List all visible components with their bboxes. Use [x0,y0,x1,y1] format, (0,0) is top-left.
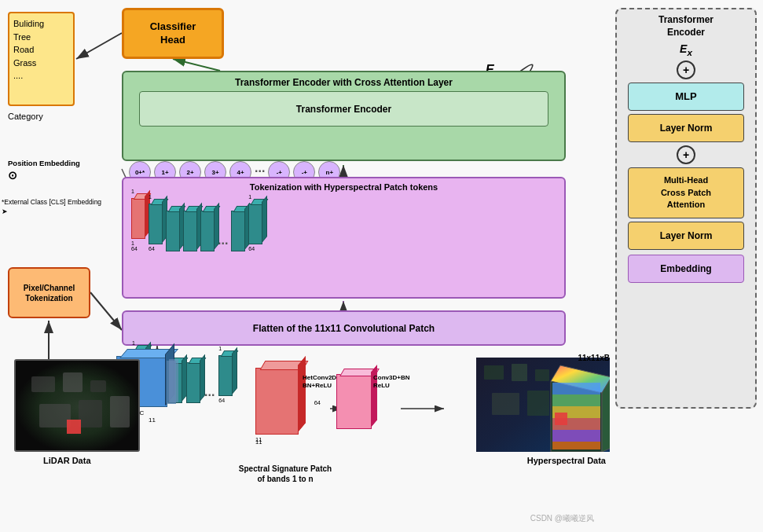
mlp-block: MLP [628,83,744,111]
hetconv-label: HetConv2DBN+ReLU [303,374,336,391]
svg-rect-33 [110,396,130,427]
main-container: Buliding Tree Road Grass .... Category C… [0,0,763,532]
svg-rect-38 [535,369,549,381]
teca-title: Transformer Encoder with Cross Attention… [123,72,564,91]
category-item-2: Tree [13,31,69,44]
svg-rect-46 [552,394,600,406]
position-embedding-label: Position Embedding ⊙ [8,159,80,183]
patch-dots: ... [204,385,215,403]
sidebar-plus-top: + [677,61,695,79]
watermark: CSDN @曦曦逆风 [530,513,594,524]
classifier-head-box: ClassifierHead [122,8,224,59]
svg-rect-50 [552,442,600,449]
sidebar-plus-mid: + [677,145,695,164]
svg-line-4 [173,59,220,71]
svg-rect-51 [555,413,567,425]
svg-line-5 [90,292,122,330]
svg-rect-30 [90,380,106,392]
conv3d-label: Conv3D+BNReLU [373,374,409,391]
layer-norm-bot: Layer Norm [628,222,744,250]
mhca-block: Multi-HeadCross PatchAttention [628,167,744,218]
pixel-channel-tokenization: Pixel/Channel Tokenization [8,267,90,318]
svg-rect-29 [63,372,83,392]
spectral-patch-visual: 11 11 64 [255,368,299,443]
classifier-head-label: ClassifierHead [150,20,196,47]
te-inner-label: Transformer Encoder [296,104,391,115]
transformer-encoder-sidebar: TransformerEncoder Ex + MLP Layer Norm +… [615,8,757,409]
pct-label: Pixel/Channel Tokenization [9,283,89,303]
svg-rect-31 [39,404,71,427]
layer-norm-top: Layer Norm [628,114,744,142]
tokenization-title: Tokenization with Hyperspectral Patch to… [123,178,564,194]
spectral-label: Spectral Signature Patchof bands 1 to n [226,464,344,484]
conv3d-visual [336,374,372,429]
category-label: Category [8,112,43,121]
lidar-image [14,359,140,452]
external-cls-label: *External Class [CLS] Embedding ➤ [2,198,101,216]
svg-rect-32 [79,400,102,427]
svg-rect-28 [31,376,55,392]
svg-rect-49 [552,430,600,442]
tokenization-box: Tokenization with Hyperspectral Patch to… [122,177,566,299]
svg-rect-34 [67,420,81,434]
svg-rect-45 [552,383,600,394]
category-item-4: Grass [13,57,69,70]
teca-box: Transformer Encoder with Cross Attention… [122,71,566,161]
svg-line-3 [76,33,122,59]
flatten-label: Flatten of the 11x11 Convolutional Patch [253,323,435,334]
flatten-box: Flatten of the 11x11 Convolutional Patch [122,310,566,346]
lidar-label: LiDAR Data [43,456,91,465]
svg-rect-36 [484,365,504,380]
embedding-block: Embedding [628,255,744,283]
hyperspectral-label: Hyperspectral Data [527,456,606,465]
dots-mid: ... [218,233,228,251]
svg-rect-39 [492,393,519,415]
transformer-encoder-sidebar-title: TransformerEncoder [617,9,755,39]
token-row: 1 1 64 1 64 [127,198,262,251]
hyperspectral-image [476,358,610,452]
te-inner-box: Transformer Encoder [139,91,548,127]
svg-rect-37 [512,364,527,381]
category-item-1: Buliding [13,17,69,31]
hyper-size-label: 11x11xB [578,354,610,362]
sidebar-ex-output: Ex [617,42,755,57]
category-item-5: .... [13,69,69,83]
category-item-3: Road [13,43,69,57]
category-box: Buliding Tree Road Grass .... [8,12,75,106]
svg-rect-40 [527,391,549,416]
